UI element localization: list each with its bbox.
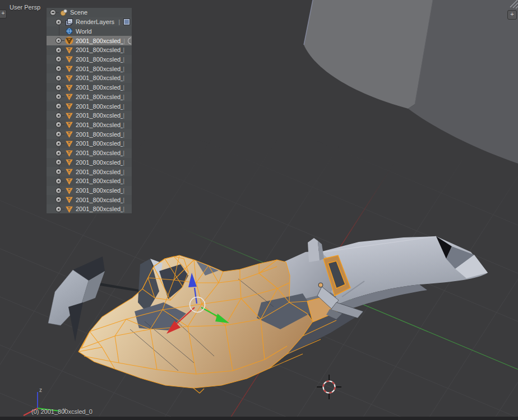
- world-icon: [65, 27, 73, 35]
- expand-toggle-icon[interactable]: [55, 197, 62, 203]
- column-separator: |: [123, 66, 132, 72]
- outliner-item-label: 2001_800xcsled_11: [76, 56, 123, 63]
- outliner-row[interactable]: 2001_800xcsled_12|: [47, 64, 132, 73]
- mesh-icon: [65, 167, 73, 176]
- outliner-row[interactable]: 2001_800xcsled_23|: [47, 148, 132, 158]
- object-origin-dot: [318, 283, 323, 287]
- outliner-item-label: 2001_800xcsled_7: [76, 197, 123, 203]
- expand-toggle-icon[interactable]: [55, 85, 62, 91]
- mesh-icon: [65, 158, 73, 166]
- outliner-row[interactable]: 2001_800xcsled_18|: [47, 92, 132, 101]
- column-separator: |: [123, 169, 132, 175]
- column-separator: |: [123, 206, 132, 212]
- outliner-item-label: 2001_800xcsled_22: [76, 140, 123, 147]
- expand-toggle-icon[interactable]: [55, 206, 62, 212]
- outliner-row[interactable]: 2001_800xcsled_15|: [47, 83, 132, 92]
- outliner-item-label: 2001_800xcsled_18: [76, 94, 123, 100]
- mesh-icon: [65, 149, 73, 157]
- outliner-row[interactable]: 2001_800xcsled_22|: [47, 139, 132, 148]
- outliner-row[interactable]: 2001_800xcsled_20|: [47, 120, 132, 130]
- outliner-item-label: 2001_800xcsled_4: [76, 169, 123, 175]
- expand-toggle-icon[interactable]: [55, 178, 62, 184]
- outliner-row[interactable]: 2001_800xcsled_14|: [47, 73, 132, 83]
- tree-connector: [62, 40, 64, 41]
- outliner-item-label: RenderLayers: [76, 18, 114, 25]
- mesh-icon: [65, 102, 73, 110]
- mesh-icon: [65, 177, 73, 185]
- outliner-item-label: 2001_800xcsled_9: [76, 206, 123, 212]
- blender-window: z y User Persp (0) 2001_800xcsled_0 + + …: [0, 0, 518, 420]
- outliner-item-label: Scene: [70, 9, 87, 16]
- expand-toggle-icon[interactable]: [55, 47, 62, 53]
- outliner-row[interactable]: 2001_800xcsled_6|: [47, 186, 132, 195]
- expand-toggle-icon[interactable]: [55, 19, 62, 25]
- sled-model[interactable]: [48, 236, 488, 393]
- active-object-label: (0) 2001_800xcsled_0: [31, 408, 92, 416]
- outliner-row[interactable]: 2001_800xcsled_7|: [47, 195, 132, 204]
- tree-connector: [62, 143, 64, 144]
- expand-toggle-icon[interactable]: [55, 169, 62, 175]
- outliner-row[interactable]: 2001_800xcsled_2|: [47, 111, 132, 120]
- tree-connector: [62, 96, 64, 97]
- mesh-icon: [65, 46, 73, 54]
- outliner-item-label: 2001_800xcsled_15: [76, 84, 123, 91]
- column-separator: |: [123, 197, 132, 203]
- expand-toggle-icon[interactable]: [55, 150, 62, 156]
- outliner-panel: Scene RenderLayers| World 2001_800xcsled…: [46, 7, 132, 214]
- outliner-item-label: 2001_800xcsled_20: [76, 122, 123, 128]
- outliner-row[interactable]: 2001_800xcsled_21|: [47, 129, 132, 139]
- background-object[interactable]: [304, 0, 518, 164]
- column-separator: |: [123, 103, 132, 110]
- mesh-icon: [65, 120, 73, 129]
- outliner-row[interactable]: 2001_800xcsled_19|: [47, 101, 132, 111]
- outliner-row[interactable]: Scene: [47, 8, 132, 17]
- expand-toggle-icon[interactable]: [55, 38, 62, 44]
- expand-toggle-icon[interactable]: [55, 131, 62, 137]
- tree-connector: [62, 124, 64, 125]
- column-separator: |: [123, 38, 128, 44]
- mesh-icon: [65, 83, 73, 92]
- outliner-row[interactable]: 2001_800xcsled_4|: [47, 167, 132, 176]
- mesh-icon: [65, 64, 73, 73]
- outliner-item-label: 2001_800xcsled_12: [76, 66, 123, 72]
- expand-toggle-icon[interactable]: [55, 75, 62, 81]
- tree-connector: [62, 50, 64, 50]
- tree-connector: [62, 162, 64, 162]
- outliner-item-label: 2001_800xcsled_19: [76, 103, 123, 110]
- editor-divider[interactable]: [0, 417, 518, 420]
- tree-connector: [62, 181, 64, 181]
- outliner-row[interactable]: 2001_800xcsled_3|: [47, 158, 132, 167]
- outliner-row[interactable]: World: [47, 26, 132, 36]
- expand-toggle-icon[interactable]: [55, 113, 62, 119]
- tree-connector: [62, 171, 64, 172]
- outliner-row[interactable]: RenderLayers|: [47, 17, 132, 27]
- expand-toggle-icon[interactable]: [55, 141, 62, 147]
- expand-toggle-icon[interactable]: [55, 122, 62, 128]
- column-separator: |: [123, 187, 132, 194]
- tree-connector: [62, 134, 64, 134]
- outliner-row[interactable]: 2001_800xcsled_9|: [47, 204, 132, 214]
- expand-toggle-icon[interactable]: [55, 159, 62, 165]
- expand-toggle-icon[interactable]: [55, 66, 62, 72]
- toolshelf-expand-button[interactable]: +: [0, 10, 7, 18]
- outliner-item-label: 2001_800xcsled_23: [76, 150, 123, 156]
- expand-toggle-icon[interactable]: [55, 94, 62, 100]
- outliner-row[interactable]: 2001_800xcsled_11|: [47, 55, 132, 64]
- expand-toggle-icon[interactable]: [55, 103, 62, 109]
- tree-connector: [62, 22, 64, 22]
- tree-connector: [62, 59, 64, 59]
- column-separator: |: [123, 94, 132, 100]
- properties-expand-button[interactable]: +: [507, 10, 517, 20]
- expand-toggle-icon[interactable]: [55, 56, 62, 62]
- column-separator: |: [123, 56, 132, 63]
- clipped-icon-fragment: [128, 38, 131, 44]
- outliner-row[interactable]: 2001_800xcsled_1|: [47, 45, 132, 55]
- outliner-row[interactable]: 2001_800xcsled_0|: [47, 36, 132, 45]
- outliner-row[interactable]: 2001_800xcsled_5|: [47, 176, 132, 186]
- mini-axis-z-label: z: [39, 387, 42, 393]
- sled-hull: [78, 255, 314, 388]
- expand-toggle-icon[interactable]: [50, 10, 56, 16]
- expand-toggle-icon[interactable]: [55, 188, 62, 194]
- mesh-icon: [65, 55, 73, 63]
- outliner-item-label: 2001_800xcsled_6: [76, 187, 123, 194]
